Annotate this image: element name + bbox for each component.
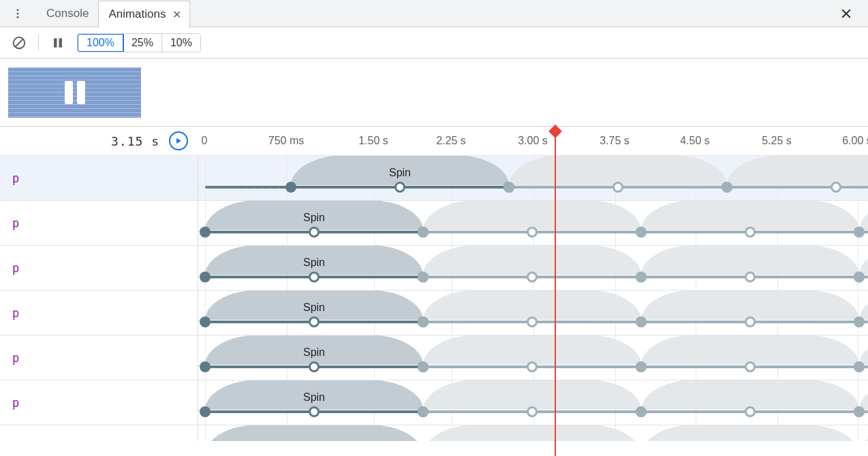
keyframe-dot[interactable]	[527, 272, 538, 282]
keyframe-dot[interactable]	[200, 406, 211, 417]
keyframe-dot[interactable]	[636, 227, 647, 238]
keyframe-dot[interactable]	[418, 361, 429, 372]
ruler-tick: 3.75 s	[600, 127, 630, 155]
keyframe-dot[interactable]	[613, 182, 623, 193]
track-body: Spin	[198, 156, 868, 200]
timeline-ruler: 3.15 s 0750 ms1.50 s2.25 s3.00 s3.75 s4.…	[0, 127, 868, 155]
ruler-tick: 750 ms	[268, 127, 304, 155]
keyframe-dot[interactable]	[745, 316, 756, 327]
track-row[interactable]: pSpin	[0, 380, 868, 425]
kebab-menu-icon[interactable]	[8, 4, 27, 23]
ruler-tick: 2.25 s	[436, 127, 466, 155]
keyframe-dot[interactable]	[745, 406, 756, 417]
speed-25-button[interactable]: 25%	[123, 34, 162, 52]
track-body: Spin	[198, 246, 868, 290]
keyframe-dot[interactable]	[200, 272, 211, 282]
track-body: Spin	[198, 201, 868, 245]
ruler-tick: 6.00 s	[842, 127, 868, 155]
animation-groups-strip	[0, 59, 868, 127]
svg-point-2	[17, 16, 19, 18]
animation-name-label: Spin	[303, 391, 325, 404]
keyframe-dot[interactable]	[636, 316, 647, 327]
keyframe-dot[interactable]	[636, 272, 647, 282]
svg-rect-6	[59, 38, 63, 48]
keyframe-dot[interactable]	[636, 406, 647, 417]
speed-100-button[interactable]: 100%	[77, 33, 124, 52]
keyframe-dot[interactable]	[527, 406, 538, 417]
track-element-label: p	[0, 246, 198, 290]
keyframe-dot[interactable]	[831, 182, 841, 193]
keyframe-dot[interactable]	[527, 316, 538, 327]
keyframe-dot[interactable]	[527, 361, 538, 372]
current-time-readout: 3.15 s	[111, 134, 159, 148]
track-body: Spin	[198, 336, 868, 380]
svg-point-0	[17, 9, 19, 11]
playback-speed-group: 100% 25% 10%	[77, 33, 201, 52]
animation-group-thumbnail[interactable]	[8, 67, 141, 118]
ruler-tick: 5.25 s	[762, 127, 792, 155]
svg-point-1	[17, 12, 19, 14]
pause-icon	[65, 81, 85, 104]
panel-tabbar: Console Animations ✕	[0, 0, 868, 27]
divider	[38, 35, 39, 51]
pause-icon[interactable]	[48, 33, 67, 52]
keyframe-dot[interactable]	[854, 227, 865, 238]
keyframe-dot[interactable]	[854, 316, 865, 327]
tab-close-icon[interactable]: ✕	[172, 8, 181, 21]
keyframe-dot[interactable]	[418, 406, 429, 417]
keyframe-dot[interactable]	[200, 227, 211, 238]
animation-name-label: Spin	[389, 167, 411, 179]
keyframe-dot[interactable]	[854, 272, 865, 282]
keyframe-dot[interactable]	[745, 272, 756, 282]
keyframe-dot[interactable]	[503, 182, 514, 193]
keyframe-dot[interactable]	[309, 406, 320, 417]
keyframe-dot[interactable]	[309, 316, 320, 327]
clear-icon[interactable]	[10, 33, 29, 52]
tab-animations[interactable]: Animations ✕	[98, 1, 190, 28]
svg-line-4	[16, 39, 23, 46]
track-element-label: p	[0, 201, 198, 245]
svg-rect-5	[54, 38, 57, 48]
track-body: Spin	[198, 291, 868, 335]
tab-console[interactable]: Console	[37, 0, 98, 27]
keyframe-dot[interactable]	[722, 182, 732, 193]
keyframe-dot[interactable]	[309, 361, 320, 372]
track-element-label: p	[0, 291, 198, 335]
animation-name-label: Spin	[303, 212, 325, 224]
keyframe-dot[interactable]	[418, 272, 429, 282]
keyframe-dot[interactable]	[527, 227, 538, 238]
track-row[interactable]: pSpin	[0, 335, 868, 380]
keyframe-dot[interactable]	[394, 182, 405, 193]
playhead[interactable]	[555, 133, 556, 456]
track-row[interactable]: pSpin	[0, 245, 868, 290]
track-row[interactable]: pSpin	[0, 155, 868, 200]
ruler-tick: 1.50 s	[358, 127, 388, 155]
keyframe-dot[interactable]	[418, 227, 429, 238]
animation-name-label: Spin	[303, 257, 325, 269]
animation-name-label: Spin	[303, 346, 325, 359]
keyframe-dot[interactable]	[745, 227, 756, 238]
tab-animations-label: Animations	[108, 7, 166, 21]
play-button[interactable]	[169, 131, 188, 150]
speed-10-button[interactable]: 10%	[162, 34, 200, 52]
track-element-label: p	[0, 156, 198, 200]
keyframe-dot[interactable]	[636, 361, 647, 372]
ruler-tick: 0	[202, 127, 208, 155]
animation-name-label: Spin	[303, 302, 325, 314]
keyframe-dot[interactable]	[200, 361, 211, 372]
close-panel-button[interactable]	[833, 0, 860, 27]
track-row[interactable]: pSpin	[0, 200, 868, 245]
keyframe-dot[interactable]	[418, 316, 429, 327]
keyframe-dot[interactable]	[285, 182, 296, 193]
track-row[interactable]: pSpin	[0, 290, 868, 335]
ruler-tick: 3.00 s	[518, 127, 548, 155]
keyframe-dot[interactable]	[854, 361, 865, 372]
track-element-label: p	[0, 380, 198, 425]
keyframe-dot[interactable]	[309, 227, 320, 238]
animations-toolbar: 100% 25% 10%	[0, 27, 868, 59]
track-body: Spin	[198, 380, 868, 425]
keyframe-dot[interactable]	[200, 316, 211, 327]
keyframe-dot[interactable]	[309, 272, 320, 282]
keyframe-dot[interactable]	[745, 361, 756, 372]
keyframe-dot[interactable]	[854, 406, 865, 417]
